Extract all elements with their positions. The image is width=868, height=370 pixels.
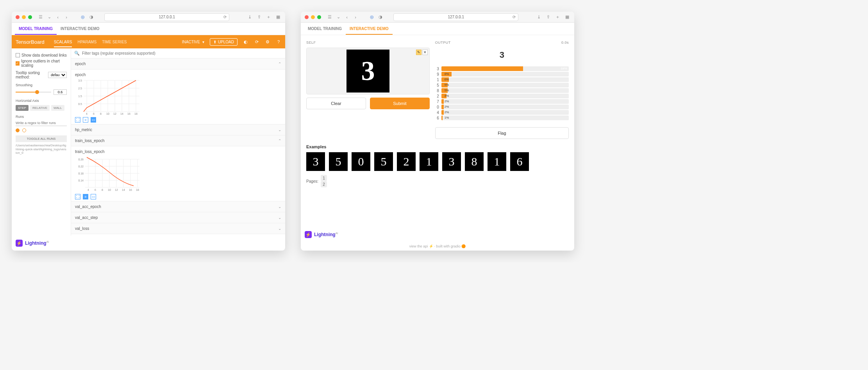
section-trainloss-header[interactable]: train_loss_epoch ⌃ [71, 135, 285, 146]
tb-tab-scalars[interactable]: SCALARS [54, 40, 72, 47]
checkbox-ignore-outliers[interactable]: ✓ Ignore outliers in chart scaling [16, 59, 67, 68]
help-icon[interactable]: ? [276, 39, 281, 44]
haxis-relative-button[interactable]: RELATIVE [30, 105, 50, 111]
forward-icon[interactable]: › [352, 14, 359, 20]
smoothing-input[interactable] [54, 89, 67, 95]
settings-gear-icon[interactable]: ⚙ [265, 39, 270, 44]
svg-text:16: 16 [127, 112, 130, 115]
sidebar-toggle-icon[interactable]: ☰ [38, 14, 44, 20]
url-bar[interactable]: 127.0.0.1 ⟳ [104, 13, 229, 21]
tab-interactive-demo[interactable]: INTERACTIVE DEMO [57, 23, 103, 35]
upload-button[interactable]: ⬆ UPLOAD [210, 38, 238, 46]
example-tile[interactable]: 3 [442, 152, 461, 171]
flag-button[interactable]: Flag [435, 127, 569, 139]
shield-icon[interactable]: ◑ [88, 14, 95, 20]
tb-tab-hparams[interactable]: HPARAMS [77, 40, 96, 44]
section-title: hp_metric [75, 128, 92, 132]
download-icon[interactable]: ⤓ [247, 14, 253, 20]
pred-bar-wrap: 5% [441, 83, 569, 87]
minimize-dot[interactable] [311, 15, 315, 19]
chart-fit-button[interactable]: ▭ [91, 194, 96, 199]
chart-list-button[interactable]: ≡ [83, 194, 88, 199]
page-button[interactable]: 2 [321, 181, 327, 187]
chart-fullscreen-button[interactable]: ⛶ [75, 117, 80, 123]
bolt-icon: ⚡ [305, 231, 312, 238]
smoothing-slider[interactable] [16, 92, 51, 92]
checkbox-show-dl[interactable]: Show data download links [16, 53, 67, 57]
example-tile[interactable]: 1 [488, 152, 506, 171]
forward-icon[interactable]: › [63, 14, 70, 20]
reload-icon[interactable]: ⟳ [254, 39, 259, 44]
new-tab-icon[interactable]: ＋ [266, 14, 272, 20]
window-gradio: ☰ ⌄ ‹ › ◎ ◑ 127.0.0.1 ⟳ ⤓ ⇧ ＋ ▦ MODEL TR… [301, 12, 574, 251]
example-tile[interactable]: 5 [329, 152, 348, 171]
example-tile[interactable]: 0 [352, 152, 370, 171]
extension-1p-icon[interactable]: ◎ [80, 14, 86, 20]
haxis-step-button[interactable]: STEP [16, 105, 29, 111]
sidebar-toggle-icon[interactable]: ☰ [327, 14, 333, 20]
url-bar[interactable]: 127.0.0.1 ⟳ [393, 13, 518, 21]
submit-button[interactable]: Submit [370, 98, 430, 109]
checkbox-icon [16, 53, 20, 57]
run-swatch-unchecked[interactable] [22, 128, 26, 132]
example-digit-glyph: 2 [404, 155, 409, 168]
example-tile[interactable]: 1 [420, 152, 438, 171]
chevron-down-icon[interactable]: ⌄ [335, 14, 341, 20]
gradio-icon: 🟠 [461, 244, 466, 248]
tab-interactive-demo[interactable]: INTERACTIVE DEMO [346, 23, 392, 35]
share-icon[interactable]: ⇧ [545, 14, 552, 20]
drawing-canvas[interactable]: 3 ✎ ✕ [306, 48, 430, 94]
chart-fit-button[interactable]: ▭ [91, 117, 96, 123]
chart-fullscreen-button[interactable]: ⛶ [75, 194, 80, 199]
chevron-down-icon[interactable]: ⌄ [46, 14, 52, 20]
close-dot[interactable] [16, 15, 20, 19]
refresh-icon[interactable]: ⟳ [223, 15, 227, 19]
minimize-dot[interactable] [22, 15, 26, 19]
status-pill[interactable]: INACTIVE ▾ [182, 40, 204, 44]
section-valloss-header[interactable]: val_loss ⌄ [71, 223, 285, 234]
section-title: val_loss [75, 226, 89, 231]
share-icon[interactable]: ⇧ [256, 14, 263, 20]
example-tile[interactable]: 5 [374, 152, 393, 171]
new-tab-icon[interactable]: ＋ [555, 14, 561, 20]
toggle-all-runs-button[interactable]: TOGGLE ALL RUNS [16, 135, 67, 142]
tb-tab-timeseries[interactable]: TIME SERIES [102, 40, 127, 44]
view-api-link[interactable]: view the api [409, 244, 428, 248]
section-valaccstep-header[interactable]: val_acc_step ⌄ [71, 212, 285, 223]
example-tile[interactable]: 6 [510, 152, 529, 171]
haxis-wall-button[interactable]: WALL [51, 105, 64, 111]
tab-model-training[interactable]: MODEL TRAINING [304, 23, 346, 35]
runs-filter-input[interactable] [16, 120, 67, 126]
zoom-dot[interactable] [317, 15, 321, 19]
run-swatch-checked[interactable] [16, 128, 20, 132]
extension-1p-icon[interactable]: ◎ [369, 14, 375, 20]
tb-main: 🔍 epoch ⌃ epoch [71, 48, 285, 236]
refresh-icon[interactable]: ⟳ [513, 15, 516, 19]
chart-list-button[interactable]: ≡ [83, 117, 88, 123]
back-icon[interactable]: ‹ [55, 14, 61, 20]
clear-canvas-button[interactable]: ✕ [422, 50, 428, 55]
tab-model-training[interactable]: MODEL TRAINING [15, 23, 57, 35]
zoom-dot[interactable] [28, 15, 32, 19]
example-tile[interactable]: 3 [306, 152, 325, 171]
theme-icon[interactable]: ◐ [243, 39, 248, 44]
tooltip-sort-select[interactable]: default [48, 72, 67, 78]
close-dot[interactable] [305, 15, 309, 19]
pencil-tool-button[interactable]: ✎ [416, 50, 421, 55]
section-hpmetric-header[interactable]: hp_metric ⌄ [71, 125, 285, 135]
example-tile[interactable]: 8 [465, 152, 484, 171]
tabs-grid-icon[interactable]: ▦ [564, 14, 570, 20]
tabs-grid-icon[interactable]: ▦ [275, 14, 281, 20]
shield-icon[interactable]: ◑ [377, 14, 384, 20]
svg-text:0.26: 0.26 [78, 158, 84, 161]
back-icon[interactable]: ‹ [344, 14, 350, 20]
pred-class-label: 9 [435, 72, 439, 76]
page-button[interactable]: 1 [321, 175, 327, 181]
download-icon[interactable]: ⤓ [536, 14, 542, 20]
clear-button[interactable]: Clear [306, 98, 366, 109]
section-valaccepoch-header[interactable]: val_acc_epoch ⌄ [71, 201, 285, 212]
gradio-footer: view the api ⚡ · built with gradio 🟠 [301, 242, 574, 251]
section-epoch-header[interactable]: epoch ⌃ [71, 59, 285, 69]
tag-filter-input[interactable] [82, 51, 282, 55]
example-tile[interactable]: 2 [397, 152, 416, 171]
